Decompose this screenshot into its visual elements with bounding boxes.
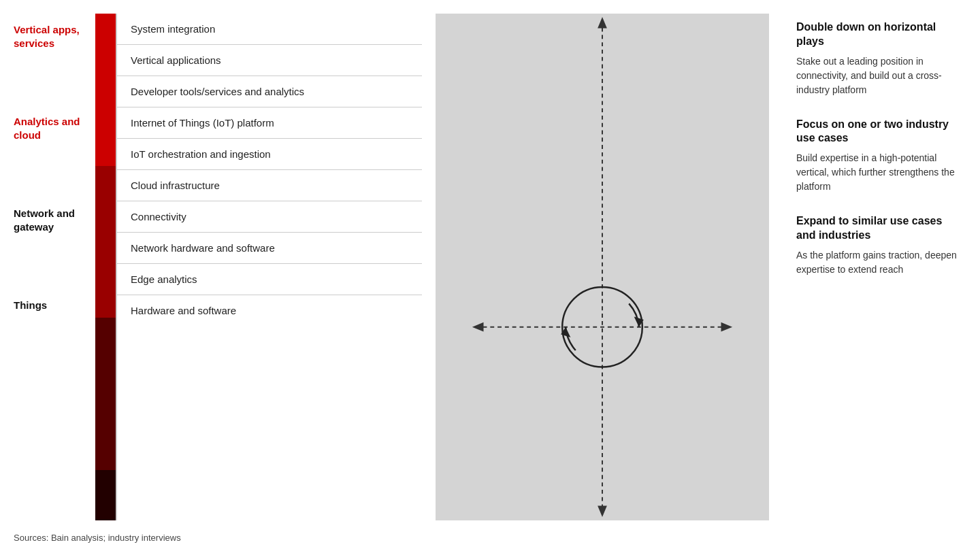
bar-seg5 [95, 216, 116, 267]
main-content: Vertical apps, services Analytics and cl… [0, 0, 980, 527]
table-row: System integration [117, 14, 422, 45]
label-analytics-cloud: Analytics and cloud [14, 105, 88, 197]
table-row: Hardware and software [117, 295, 422, 326]
left-labels: Vertical apps, services Analytics and cl… [14, 14, 95, 520]
bar-seg9 [95, 419, 116, 470]
right-section-3: Expand to similar use cases and industri… [796, 214, 960, 277]
color-bar [95, 14, 116, 520]
table-col: System integration Vertical applications… [116, 14, 422, 520]
table-row: Cloud infrastructure [117, 170, 422, 201]
footer: Sources: Bain analysis; industry intervi… [0, 527, 980, 551]
bar-seg7 [95, 318, 116, 369]
label-vertical-apps: Vertical apps, services [14, 14, 88, 105]
right-col: Double down on horizontal plays Stake ou… [783, 14, 960, 520]
svg-marker-5 [721, 322, 732, 332]
right-section-1: Double down on horizontal plays Stake ou… [796, 20, 960, 97]
svg-marker-3 [598, 505, 607, 517]
bar-seg4 [95, 166, 116, 217]
label-network-gateway: Network and gateway [14, 197, 88, 289]
label-things: Things [14, 289, 88, 320]
bar-seg3 [95, 115, 116, 166]
table-row: IoT orchestration and ingestion [117, 139, 422, 170]
chart-area [436, 14, 769, 520]
bar-seg1 [95, 14, 116, 65]
table-row: Developer tools/services and analytics [117, 76, 422, 107]
bar-seg8 [95, 369, 116, 420]
svg-marker-2 [598, 17, 607, 29]
svg-marker-4 [472, 322, 484, 332]
bar-seg2 [95, 65, 116, 116]
table-row: Network hardware and software [117, 233, 422, 264]
chart-svg [436, 14, 769, 520]
right-section-2: Focus on one or two industry use cases B… [796, 118, 960, 195]
table-row: Internet of Things (IoT) platform [117, 107, 422, 139]
table-row: Edge analytics [117, 264, 422, 295]
table-row: Connectivity [117, 201, 422, 233]
bar-seg6 [95, 267, 116, 318]
bar-seg10 [95, 470, 116, 521]
table-row: Vertical applications [117, 45, 422, 76]
